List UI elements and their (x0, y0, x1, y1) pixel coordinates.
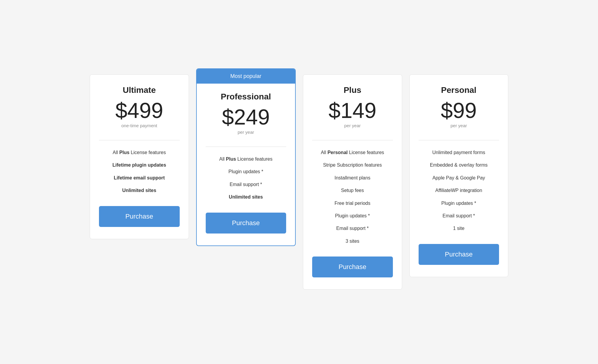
divider-ultimate (99, 140, 180, 140)
purchase-btn-wrapper-ultimate: Purchase (90, 197, 189, 227)
purchase-button-professional[interactable]: Purchase (206, 213, 286, 234)
purchase-btn-wrapper-professional: Purchase (197, 204, 295, 234)
plan-card-plus: Plus$149per yearAll Personal License fea… (303, 74, 402, 290)
plan-billing-plus: per year (312, 123, 393, 128)
plan-card-professional: Most popularProfessional$249per yearAll … (196, 68, 296, 246)
plan-price-personal: $99 (419, 100, 499, 121)
feature-item: Plugin updates * (312, 210, 393, 222)
divider-professional (206, 147, 286, 147)
feature-item: Email support * (206, 178, 286, 191)
feature-item: Free trial periods (312, 197, 393, 210)
feature-item: Email support * (312, 222, 393, 235)
plan-billing-personal: per year (419, 123, 499, 128)
plan-name-ultimate: Ultimate (99, 85, 180, 95)
purchase-btn-wrapper-personal: Purchase (410, 235, 508, 265)
feature-item: Unlimited sites (99, 184, 180, 197)
plan-header-plus: Plus$149per year (303, 75, 402, 134)
plan-header-professional: Professional$249per year (197, 84, 295, 141)
feature-item: Apple Pay & Google Pay (419, 172, 499, 184)
plan-card-personal: Personal$99per yearUnlimited payment for… (409, 74, 509, 277)
feature-item: Lifetime plugin updates (99, 159, 180, 171)
most-popular-badge: Most popular (197, 69, 295, 84)
plan-name-professional: Professional (206, 92, 286, 102)
feature-item: 1 site (419, 222, 499, 235)
feature-item: Plugin updates * (206, 165, 286, 178)
plan-price-professional: $249 (206, 106, 286, 128)
feature-item: All Personal License features (312, 146, 393, 159)
purchase-button-personal[interactable]: Purchase (419, 244, 499, 265)
feature-item: Plugin updates * (419, 197, 499, 210)
purchase-btn-wrapper-plus: Purchase (303, 248, 402, 277)
feature-item: Stripe Subscription features (312, 159, 393, 171)
pricing-container: Ultimate$499one-time paymentAll Plus Lic… (90, 74, 508, 290)
feature-item: All Plus License features (206, 153, 286, 165)
plan-header-ultimate: Ultimate$499one-time payment (90, 75, 189, 134)
feature-item: AffiliateWP integration (419, 184, 499, 197)
features-list-plus: All Personal License featuresStripe Subs… (303, 146, 402, 248)
plan-name-plus: Plus (312, 85, 393, 95)
feature-item: Setup fees (312, 184, 393, 197)
features-list-personal: Unlimited payment formsEmbedded & overla… (410, 146, 508, 235)
purchase-button-plus[interactable]: Purchase (312, 257, 393, 277)
features-list-professional: All Plus License featuresPlugin updates … (197, 153, 295, 204)
plan-name-personal: Personal (419, 85, 499, 95)
plan-billing-ultimate: one-time payment (99, 123, 180, 128)
feature-item: Email support * (419, 210, 499, 222)
plan-price-plus: $149 (312, 100, 393, 121)
plan-billing-professional: per year (206, 130, 286, 135)
feature-item: 3 sites (312, 235, 393, 248)
plan-card-ultimate: Ultimate$499one-time paymentAll Plus Lic… (90, 74, 189, 239)
feature-item: Installment plans (312, 172, 393, 184)
features-list-ultimate: All Plus License featuresLifetime plugin… (90, 146, 189, 197)
feature-item: Embedded & overlay forms (419, 159, 499, 171)
feature-item: Lifetime email support (99, 172, 180, 184)
plan-header-personal: Personal$99per year (410, 75, 508, 134)
plan-price-ultimate: $499 (99, 100, 180, 121)
feature-item: All Plus License features (99, 146, 180, 159)
divider-plus (312, 140, 393, 140)
divider-personal (419, 140, 499, 140)
feature-item: Unlimited sites (206, 191, 286, 203)
feature-item: Unlimited payment forms (419, 146, 499, 159)
purchase-button-ultimate[interactable]: Purchase (99, 206, 180, 227)
